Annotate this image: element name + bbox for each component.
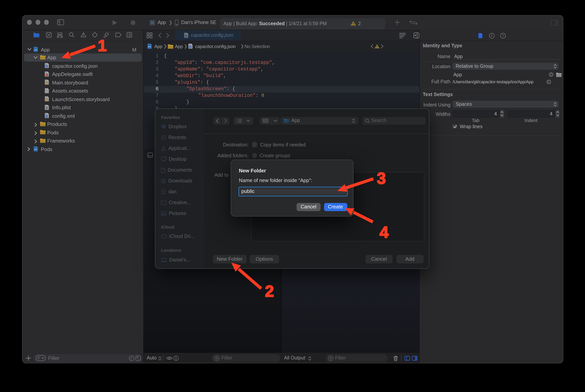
svg-text:2: 2 [265, 282, 274, 300]
svg-text:4: 4 [380, 223, 389, 241]
svg-text:3: 3 [377, 169, 386, 187]
svg-text:1: 1 [98, 36, 107, 54]
